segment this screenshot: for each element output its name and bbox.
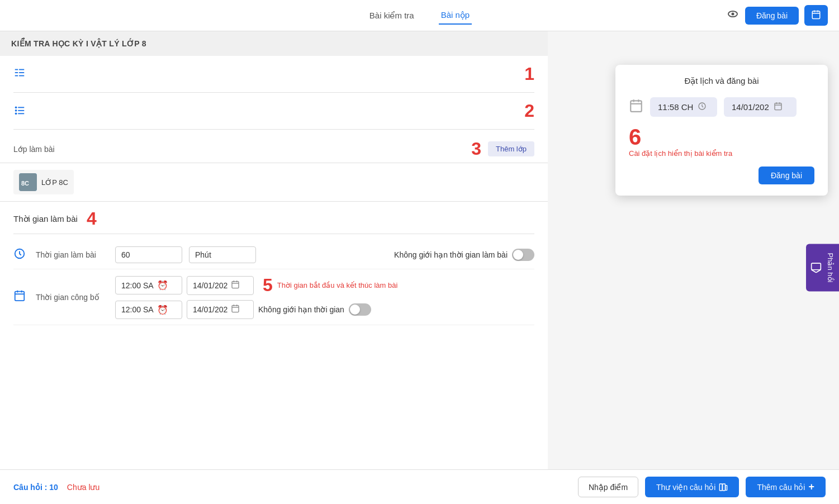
popup-calendar-icon <box>774 102 783 112</box>
date1-box[interactable]: 14/01/202 <box>187 276 254 295</box>
thoigian-row: Thời gian làm bài 60 Phút Không giới hạn… <box>13 241 534 269</box>
calendar-icon-small <box>231 280 240 291</box>
nav-tabs: Bài kiểm tra Bài nộp <box>367 7 472 25</box>
calendar-button[interactable] <box>804 5 828 26</box>
lop-lam-bai-label: Lớp làm bài <box>13 145 55 154</box>
thoigian-lamb-label: Thời gian làm bài <box>36 250 108 259</box>
cauhoi-info: Câu hỏi : 10 <box>13 483 58 492</box>
svg-rect-42 <box>812 264 821 270</box>
calendar-icon-small2 <box>231 304 240 315</box>
svg-point-13 <box>15 110 17 112</box>
svg-point-14 <box>15 113 17 115</box>
date1-value: 14/01/202 <box>193 281 227 290</box>
bottom-bar: Câu hỏi : 10 Chưa lưu Nhập điểm Thư viện… <box>0 469 839 504</box>
thoigian-title: Thời gian làm bài 4 <box>13 208 534 234</box>
top-actions: Đăng bài <box>726 5 828 26</box>
popup-dangbai-button[interactable]: Đăng bài <box>759 167 814 184</box>
svg-point-1 <box>731 13 734 16</box>
toggle-track-1 <box>512 249 534 261</box>
feedback-label: Phản hồi <box>826 253 835 283</box>
thu-vien-button[interactable]: Thư viện câu hỏi <box>645 477 739 497</box>
svg-rect-25 <box>232 281 239 288</box>
feedback-button[interactable]: Phản hồi <box>806 244 839 292</box>
error-text: Thời gian bắt đầu và kết thúc làm bài <box>277 281 398 289</box>
popup-step6-number: 6 <box>629 126 814 148</box>
popup-time-box[interactable]: 11:58 CH <box>650 97 717 117</box>
cauhoi-count: 10 <box>49 483 58 492</box>
class-name: LỚP 8C <box>41 178 68 187</box>
svg-rect-21 <box>15 292 25 301</box>
tab-baiktra[interactable]: Bài kiểm tra <box>367 7 416 24</box>
toggle-track-2 <box>349 303 371 316</box>
thoigian-congbo-label: Thời gian công bố <box>36 293 108 302</box>
classes-area: 8C LỚP 8C <box>0 163 548 202</box>
step-1-number: 1 <box>524 64 534 84</box>
popup-card: Đặt lịch và đăng bài 11:58 CH <box>615 65 828 196</box>
phut-label: Phút <box>195 250 211 259</box>
dangbai-button[interactable]: Đăng bài <box>745 7 799 25</box>
svg-text:8C: 8C <box>21 180 29 187</box>
class-chip-8c[interactable]: 8C LỚP 8C <box>13 170 74 194</box>
step-5-number: 5 <box>263 275 273 296</box>
lop-lam-bai-section: Lớp làm bài 3 Thêm lớp <box>0 130 548 163</box>
grade-icon <box>13 103 29 118</box>
clock-icon <box>13 248 29 263</box>
thoigian-section: Thời gian làm bài 4 Thời gian làm bài 60… <box>0 202 548 325</box>
main-content: KIỂM TRA HỌC KỲ I VẬT LÝ LỚP 8 KIỂM TRA … <box>0 31 839 504</box>
popup-clock-icon <box>698 102 707 112</box>
title-input[interactable]: KIỂM TRA HỌC KỲ I VẬT LÝ LỚP 8 <box>38 69 510 79</box>
thoigian-congbo-row: Thời gian công bố 12:00 SA ⏰ 14/01/202 <box>13 269 534 325</box>
svg-point-12 <box>15 107 17 109</box>
calendar-small-icon <box>13 289 29 305</box>
class-avatar: 8C <box>19 173 37 191</box>
form-section: KIỂM TRA HỌC KỲ I VẬT LÝ LỚP 8 1 KHỐI 8 <box>0 56 548 130</box>
toggle-khoigihan2[interactable] <box>349 303 371 316</box>
svg-rect-38 <box>775 103 781 110</box>
plus-icon: + <box>808 481 814 493</box>
thu-vien-label: Thư viện câu hỏi <box>656 483 715 492</box>
svg-rect-33 <box>631 101 642 112</box>
step-4-number: 4 <box>87 208 97 229</box>
step-2-number: 2 <box>524 101 534 121</box>
thoigian-value: 60 <box>121 250 130 259</box>
popup-time-value: 11:58 CH <box>658 102 693 112</box>
them-cauhoi-label: Thêm câu hỏi <box>757 483 805 492</box>
form-row-1: KIỂM TRA HỌC KỲ I VẬT LÝ LỚP 8 1 <box>13 56 534 93</box>
thoigian-title-label: Thời gian làm bài <box>13 214 78 224</box>
khoigihan-label: Không giới hạn thời gian làm bài <box>394 250 508 259</box>
svg-rect-44 <box>723 484 726 491</box>
svg-rect-29 <box>232 306 239 312</box>
them-cauhoi-button[interactable]: Thêm câu hỏi + <box>746 477 826 497</box>
popup-time-row: 11:58 CH 14/01/202 <box>629 97 814 117</box>
time2-box[interactable]: 12:00 SA ⏰ <box>115 301 182 319</box>
popup-cal-icon <box>629 98 643 116</box>
cauhoi-label: Câu hỏi : <box>13 483 47 492</box>
chua-luu-text: Chưa lưu <box>67 483 99 492</box>
toggle-khoigihan1[interactable] <box>512 249 534 261</box>
thoigian-value-box[interactable]: 60 <box>115 246 182 263</box>
popup-date-value: 14/01/202 <box>732 102 769 112</box>
tab-bainop[interactable]: Bài nộp <box>439 7 472 25</box>
svg-rect-2 <box>812 11 820 19</box>
svg-rect-43 <box>720 484 723 491</box>
date2-box[interactable]: 14/01/202 <box>187 300 254 319</box>
popup-date-box[interactable]: 14/01/202 <box>724 97 797 117</box>
step-3-number: 3 <box>471 139 481 159</box>
them-lop-button[interactable]: Thêm lớp <box>488 141 534 156</box>
time2-value: 12:00 SA <box>121 305 154 314</box>
left-panel: KIỂM TRA HỌC KỲ I VẬT LÝ LỚP 8 KIỂM TRA … <box>0 31 548 504</box>
top-nav: Bài kiểm tra Bài nộp Đăng bài <box>0 0 839 31</box>
date2-value: 14/01/202 <box>193 305 227 314</box>
khoigihan2-label: Không giới hạn thời gian <box>258 305 344 314</box>
svg-rect-45 <box>726 485 727 490</box>
time1-box[interactable]: 12:00 SA ⏰ <box>115 276 182 294</box>
page-header: KIỂM TRA HỌC KỲ I VẬT LÝ LỚP 8 <box>0 31 548 56</box>
toggle-thumb-1 <box>513 250 523 260</box>
popup-title: Đặt lịch và đăng bài <box>629 76 814 86</box>
time1-value: 12:00 SA <box>121 281 154 290</box>
khoigihan-row: Không giới hạn thời gian làm bài <box>263 249 534 261</box>
nhap-diem-button[interactable]: Nhập điểm <box>578 477 638 497</box>
form-row-2: KHỐI 8 2 <box>13 93 534 130</box>
eye-icon[interactable] <box>726 7 740 23</box>
khoi-input[interactable]: KHỐI 8 <box>38 106 510 116</box>
